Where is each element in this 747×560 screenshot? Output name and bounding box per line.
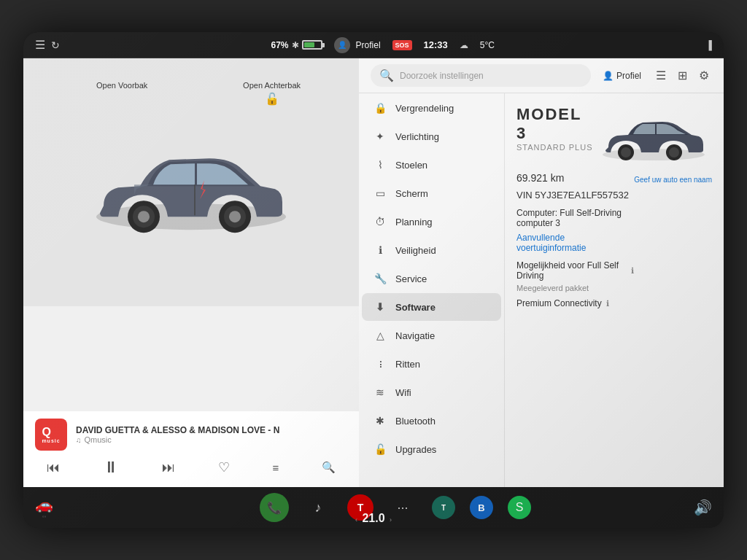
music-title: DAVID GUETTA & ALESSO & MADISON LOVE - N: [76, 425, 347, 435]
music-player: Q music DAVID GUETTA & ALESSO & MADISON …: [23, 411, 359, 487]
menu-item-vergrendeling[interactable]: 🔒 Vergrendeling: [362, 94, 501, 122]
music-controls: ⏮ ⏸ ⏭ ♡ ≡ 🔍: [35, 455, 347, 480]
open-trunk-label[interactable]: Open Achterbak 🔓: [243, 80, 301, 108]
vin-display: VIN 5YJ3E7EA1LF557532: [516, 190, 634, 201]
bluetooth-bottom-button[interactable]: B: [470, 496, 493, 519]
music-station: ♫ Qmusic: [76, 435, 347, 444]
tesla-screen: ☰ ↻ 67% ✱ 👤 Profiel SOS 12:33 ☁ 5°C ▐: [23, 32, 724, 528]
svg-point-10: [621, 147, 631, 158]
top-bar-center: 67% ✱ 👤 Profiel SOS 12:33 ☁ 5°C: [271, 37, 495, 53]
menu-item-stoelen[interactable]: ⌇ Stoelen: [362, 151, 501, 179]
settings-menu: 🔒 Vergrendeling ✦ Verlichting ⌇ Stoelen …: [359, 93, 505, 487]
fsd-info-icon[interactable]: ℹ: [631, 266, 634, 276]
volume-button[interactable]: 🔊: [694, 499, 712, 516]
time-display: 12:33: [424, 39, 448, 50]
car-bottom-icon[interactable]: 🚗: [35, 496, 53, 513]
signal-icon: ▐: [705, 40, 712, 50]
prev-button[interactable]: ⏮: [41, 457, 66, 478]
light-icon: ✦: [374, 131, 387, 142]
menu-label-planning: Planning: [395, 217, 433, 228]
equalizer-button[interactable]: ≡: [266, 459, 285, 477]
battery-icon: [302, 40, 322, 50]
download-icon: ⬇: [374, 301, 387, 313]
connectivity-feature: Premium Connectivity ℹ: [516, 298, 634, 308]
speed-display: 21.0: [362, 512, 384, 524]
settings-panel: 🔍 Doorzoek instellingen 👤 Profiel ☰ ⊞ ⚙ …: [359, 58, 724, 487]
settings-header: 🔍 Doorzoek instellingen 👤 Profiel ☰ ⊞ ⚙: [359, 58, 724, 93]
connectivity-info-icon[interactable]: ℹ: [606, 299, 609, 308]
profile-person-icon: 👤: [603, 71, 614, 81]
tpms-button[interactable]: T: [432, 496, 455, 519]
menu-label-scherm: Scherm: [395, 188, 428, 199]
menu-label-navigatie: Navigatie: [395, 330, 435, 341]
top-bar-left: ☰ ↻: [35, 38, 60, 52]
menu-item-ritten[interactable]: ⫶ Ritten: [362, 350, 501, 378]
weather-icon: ☁: [460, 40, 468, 50]
menu-label-software: Software: [395, 302, 436, 313]
sos-badge: SOS: [392, 40, 412, 50]
search-music-button[interactable]: 🔍: [316, 458, 341, 477]
bottom-bar: 🚗 ◦◦ ‹ 21.0 › 📞 ♪ T ··· T B S 🔊: [23, 487, 724, 528]
menu-item-verlichting[interactable]: ✦ Verlichting: [362, 122, 501, 150]
fsd-value: Meegeleverd pakket: [516, 284, 634, 292]
mileage-display: 69.921 km: [516, 172, 634, 184]
music-bottom-button[interactable]: ♪: [303, 493, 333, 522]
navigate-icon: △: [374, 330, 387, 341]
menu-item-upgrades[interactable]: 🔓 Upgrades: [362, 435, 501, 463]
open-frunk-label[interactable]: Open Voorbak: [96, 80, 147, 91]
menu-item-wifi[interactable]: ≋ Wifi: [362, 378, 501, 406]
wrench-icon: 🔧: [374, 273, 387, 284]
menu-label-stoelen: Stoelen: [395, 160, 427, 171]
spotify-button[interactable]: S: [508, 496, 531, 519]
menu-label-wifi: Wifi: [395, 387, 411, 398]
profile-avatar[interactable]: 👤: [334, 37, 350, 53]
seat-icon: ⌇: [374, 159, 387, 171]
station-icon: ♫: [76, 436, 82, 444]
menu-label-verlichting: Verlichting: [395, 131, 439, 142]
bluetooth-menu-icon: ✱: [374, 415, 387, 427]
wifi-icon: ≋: [374, 386, 387, 398]
security-icon: ℹ: [374, 244, 387, 256]
main-content: Open Voorbak Open Achterbak 🔓: [23, 58, 724, 487]
phone-button[interactable]: 📞: [260, 493, 289, 522]
settings-icon-1[interactable]: ☰: [653, 66, 669, 85]
settings-icon-3[interactable]: ⚙: [696, 66, 712, 85]
qmusic-logo: Q music: [35, 419, 67, 451]
upgrades-icon: 🔓: [374, 443, 387, 455]
settings-icon-2[interactable]: ⊞: [675, 66, 690, 85]
more-info-link[interactable]: Aanvullende voertuiginformatie: [516, 233, 634, 253]
car-illustration: [82, 122, 301, 253]
menu-item-software[interactable]: ⬇ Software: [362, 293, 501, 321]
clock-icon: ⏱: [374, 216, 387, 228]
model-name: MODEL 3: [516, 105, 595, 143]
car-thumbnail: [595, 105, 712, 163]
search-bar[interactable]: 🔍 Doorzoek instellingen: [371, 64, 591, 87]
menu-label-veiligheid: Veiligheid: [395, 245, 436, 256]
menu-item-planning[interactable]: ⏱ Planning: [362, 208, 501, 236]
apps-button[interactable]: ···: [388, 493, 417, 522]
svg-point-4: [138, 211, 150, 222]
search-placeholder: Doorzoek instellingen: [400, 71, 484, 81]
music-info: DAVID GUETTA & ALESSO & MADISON LOVE - N…: [76, 425, 347, 444]
menu-label-upgrades: Upgrades: [395, 444, 436, 455]
menu-item-bluetooth[interactable]: ✱ Bluetooth: [362, 407, 501, 435]
svg-point-7: [229, 211, 241, 222]
trunk-unlock-icon: 🔓: [265, 91, 279, 107]
like-button[interactable]: ♡: [212, 456, 236, 478]
menu-item-scherm[interactable]: ▭ Scherm: [362, 179, 501, 207]
bluetooth-icon: ✱: [292, 40, 299, 50]
menu-label-bluetooth: Bluetooth: [395, 416, 436, 427]
menu-item-navigatie[interactable]: △ Navigatie: [362, 322, 501, 349]
next-button[interactable]: ⏭: [156, 457, 181, 478]
give-name-link[interactable]: Geef uw auto een naam: [634, 176, 712, 184]
pause-button[interactable]: ⏸: [97, 455, 125, 480]
profile-label[interactable]: Profiel: [356, 40, 381, 50]
trips-icon: ⫶: [374, 358, 387, 370]
menu-label-service: Service: [395, 273, 427, 284]
menu-item-veiligheid[interactable]: ℹ Veiligheid: [362, 236, 501, 264]
top-bar-right: ▐: [705, 40, 712, 50]
svg-point-12: [669, 147, 679, 158]
profile-header-button[interactable]: 👤 Profiel: [597, 68, 647, 84]
menu-item-service[interactable]: 🔧 Service: [362, 265, 501, 292]
refresh-icon: ↻: [51, 39, 60, 51]
